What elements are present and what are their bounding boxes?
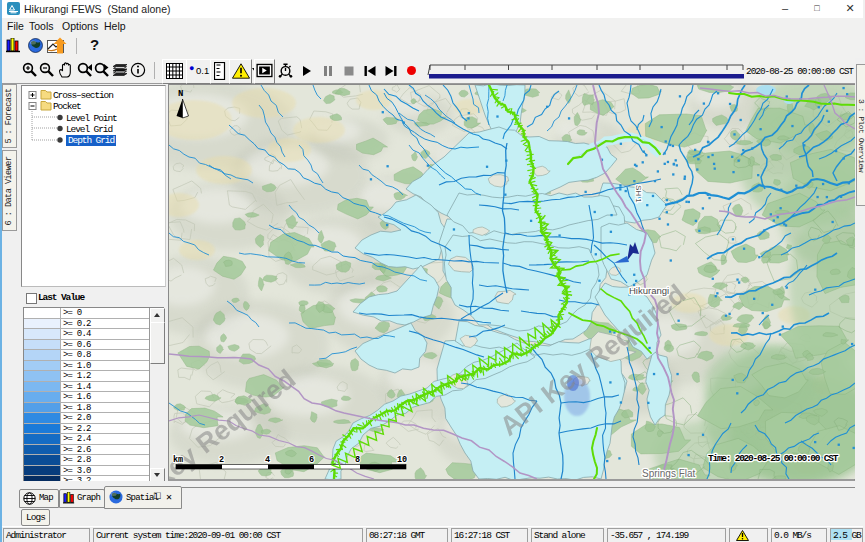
svg-text:2: 2 [219, 455, 224, 465]
svg-text:SH 1: SH 1 [634, 185, 643, 203]
svg-text:Hikurangi: Hikurangi [629, 285, 669, 296]
svg-text:Springs Flat: Springs Flat [642, 468, 696, 479]
svg-text:Time: 2020-08-25 00:00:00 CST: Time: 2020-08-25 00:00:00 CST [708, 453, 839, 464]
svg-text:10: 10 [397, 455, 407, 465]
svg-text:km: km [173, 455, 183, 465]
svg-text:N: N [178, 89, 183, 99]
svg-text:4: 4 [265, 455, 270, 465]
svg-text:6: 6 [309, 455, 314, 465]
